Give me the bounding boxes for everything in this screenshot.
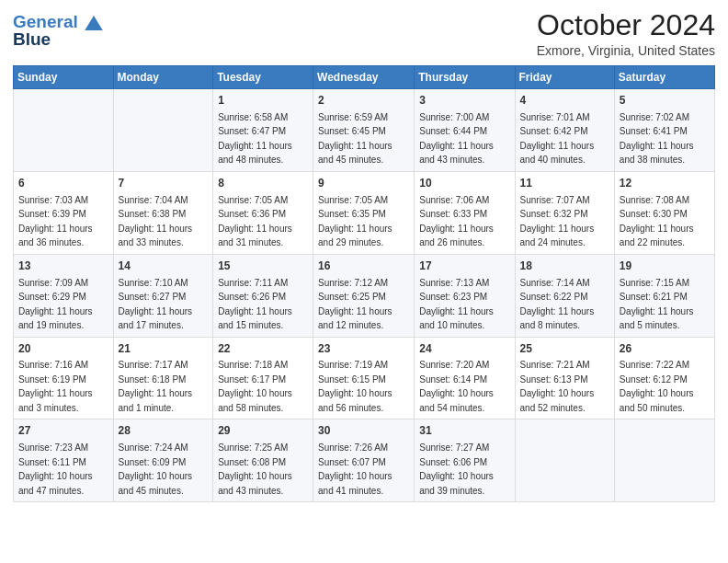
calendar-cell: 30 Sunrise: 7:26 AMSunset: 6:07 PMDaylig… [313,419,415,502]
month-title: October 2024 [537,9,715,41]
day-info: Sunrise: 7:15 AMSunset: 6:21 PMDaylight:… [620,278,694,331]
calendar-cell: 2 Sunrise: 6:59 AMSunset: 6:45 PMDayligh… [313,89,415,172]
day-number: 28 [119,423,209,439]
day-number: 6 [18,176,108,191]
calendar-cell: 7 Sunrise: 7:04 AMSunset: 6:38 PMDayligh… [113,171,213,254]
calendar-cell: 28 Sunrise: 7:24 AMSunset: 6:09 PMDaylig… [113,419,213,502]
header-row: Sunday Monday Tuesday Wednesday Thursday… [14,66,715,89]
col-sunday: Sunday [14,66,114,89]
day-info: Sunrise: 7:04 AMSunset: 6:38 PMDaylight:… [119,195,193,248]
calendar-cell [515,419,614,502]
day-info: Sunrise: 7:22 AMSunset: 6:12 PMDaylight:… [620,360,694,413]
calendar-cell [14,89,114,172]
day-number: 26 [620,341,710,357]
logo-blue-line: Blue [13,29,103,50]
day-info: Sunrise: 6:58 AMSunset: 6:47 PMDaylight:… [218,112,292,166]
calendar-cell: 31 Sunrise: 7:27 AMSunset: 6:06 PMDaylig… [415,419,515,502]
day-number: 9 [318,176,409,191]
calendar-header: Sunday Monday Tuesday Wednesday Thursday… [14,66,715,89]
calendar-cell: 16 Sunrise: 7:12 AMSunset: 6:25 PMDaylig… [313,254,415,337]
day-number: 17 [419,259,509,274]
calendar-cell: 17 Sunrise: 7:13 AMSunset: 6:23 PMDaylig… [415,254,515,337]
day-info: Sunrise: 7:12 AMSunset: 6:25 PMDaylight:… [318,278,392,331]
calendar-cell [614,419,714,502]
day-number: 19 [620,259,710,274]
logo: General Blue [13,13,103,50]
day-info: Sunrise: 7:16 AMSunset: 6:19 PMDaylight:… [18,360,93,413]
calendar-cell: 25 Sunrise: 7:21 AMSunset: 6:13 PMDaylig… [515,337,614,419]
calendar-cell: 22 Sunrise: 7:18 AMSunset: 6:17 PMDaylig… [213,337,313,419]
day-number: 24 [419,341,509,357]
day-info: Sunrise: 7:17 AMSunset: 6:18 PMDaylight:… [119,360,193,413]
day-number: 3 [419,93,509,109]
calendar-cell: 15 Sunrise: 7:11 AMSunset: 6:26 PMDaylig… [213,254,313,337]
col-saturday: Saturday [614,66,714,89]
day-number: 18 [520,259,609,274]
header: General Blue October 2024 Exmore, Virgin… [13,9,715,58]
day-number: 8 [218,176,308,191]
day-number: 30 [318,423,409,439]
day-info: Sunrise: 7:27 AMSunset: 6:06 PMDaylight:… [419,442,494,496]
calendar-cell: 4 Sunrise: 7:01 AMSunset: 6:42 PMDayligh… [515,89,614,172]
day-number: 5 [620,93,710,109]
day-number: 16 [318,259,409,274]
day-info: Sunrise: 7:06 AMSunset: 6:33 PMDaylight:… [419,195,494,248]
day-info: Sunrise: 7:24 AMSunset: 6:09 PMDaylight:… [119,442,193,496]
calendar-cell: 20 Sunrise: 7:16 AMSunset: 6:19 PMDaylig… [14,337,114,419]
day-number: 21 [119,341,209,357]
day-info: Sunrise: 7:19 AMSunset: 6:15 PMDaylight:… [318,360,392,413]
day-info: Sunrise: 7:14 AMSunset: 6:22 PMDaylight:… [520,278,595,331]
calendar-cell: 21 Sunrise: 7:17 AMSunset: 6:18 PMDaylig… [113,337,213,419]
calendar-week-row: 1 Sunrise: 6:58 AMSunset: 6:47 PMDayligh… [14,89,715,172]
col-wednesday: Wednesday [313,66,415,89]
calendar-cell: 29 Sunrise: 7:25 AMSunset: 6:08 PMDaylig… [213,419,313,502]
day-info: Sunrise: 7:18 AMSunset: 6:17 PMDaylight:… [218,360,292,413]
day-info: Sunrise: 7:25 AMSunset: 6:08 PMDaylight:… [218,442,292,496]
calendar-cell: 9 Sunrise: 7:05 AMSunset: 6:35 PMDayligh… [313,171,415,254]
calendar-cell: 19 Sunrise: 7:15 AMSunset: 6:21 PMDaylig… [614,254,714,337]
location: Exmore, Virginia, United States [537,43,715,58]
day-info: Sunrise: 7:02 AMSunset: 6:41 PMDaylight:… [620,112,694,166]
page-container: General Blue October 2024 Exmore, Virgin… [0,0,728,511]
day-info: Sunrise: 7:09 AMSunset: 6:29 PMDaylight:… [18,278,93,331]
calendar-cell: 5 Sunrise: 7:02 AMSunset: 6:41 PMDayligh… [614,89,714,172]
day-number: 2 [318,93,409,109]
day-info: Sunrise: 7:01 AMSunset: 6:42 PMDaylight:… [520,112,595,166]
calendar-week-row: 13 Sunrise: 7:09 AMSunset: 6:29 PMDaylig… [14,254,715,337]
col-thursday: Thursday [415,66,515,89]
day-info: Sunrise: 7:21 AMSunset: 6:13 PMDaylight:… [520,360,595,413]
day-info: Sunrise: 7:05 AMSunset: 6:36 PMDaylight:… [218,195,292,248]
day-info: Sunrise: 7:23 AMSunset: 6:11 PMDaylight:… [18,442,93,496]
day-info: Sunrise: 7:08 AMSunset: 6:30 PMDaylight:… [620,195,694,248]
col-monday: Monday [113,66,213,89]
calendar-table: Sunday Monday Tuesday Wednesday Thursday… [13,65,715,502]
calendar-week-row: 20 Sunrise: 7:16 AMSunset: 6:19 PMDaylig… [14,337,715,419]
day-number: 25 [520,341,609,357]
day-info: Sunrise: 7:26 AMSunset: 6:07 PMDaylight:… [318,442,392,496]
calendar-week-row: 27 Sunrise: 7:23 AMSunset: 6:11 PMDaylig… [14,419,715,502]
day-info: Sunrise: 6:59 AMSunset: 6:45 PMDaylight:… [318,112,392,166]
day-info: Sunrise: 7:13 AMSunset: 6:23 PMDaylight:… [419,278,494,331]
calendar-cell: 23 Sunrise: 7:19 AMSunset: 6:15 PMDaylig… [313,337,415,419]
day-number: 1 [218,93,308,109]
calendar-cell: 10 Sunrise: 7:06 AMSunset: 6:33 PMDaylig… [415,171,515,254]
title-block: October 2024 Exmore, Virginia, United St… [537,9,715,58]
day-number: 27 [18,423,108,439]
logo-arrow-icon [85,16,103,30]
col-friday: Friday [515,66,614,89]
calendar-cell: 12 Sunrise: 7:08 AMSunset: 6:30 PMDaylig… [614,171,714,254]
day-number: 7 [119,176,209,191]
calendar-cell: 18 Sunrise: 7:14 AMSunset: 6:22 PMDaylig… [515,254,614,337]
day-number: 4 [520,93,609,109]
calendar-cell: 11 Sunrise: 7:07 AMSunset: 6:32 PMDaylig… [515,171,614,254]
calendar-cell: 6 Sunrise: 7:03 AMSunset: 6:39 PMDayligh… [14,171,114,254]
calendar-cell [113,89,213,172]
day-number: 23 [318,341,409,357]
calendar-cell: 27 Sunrise: 7:23 AMSunset: 6:11 PMDaylig… [14,419,114,502]
day-number: 14 [119,259,209,274]
calendar-cell: 1 Sunrise: 6:58 AMSunset: 6:47 PMDayligh… [213,89,313,172]
day-info: Sunrise: 7:03 AMSunset: 6:39 PMDaylight:… [18,195,93,248]
day-info: Sunrise: 7:11 AMSunset: 6:26 PMDaylight:… [218,278,292,331]
day-info: Sunrise: 7:00 AMSunset: 6:44 PMDaylight:… [419,112,494,166]
day-number: 29 [218,423,308,439]
